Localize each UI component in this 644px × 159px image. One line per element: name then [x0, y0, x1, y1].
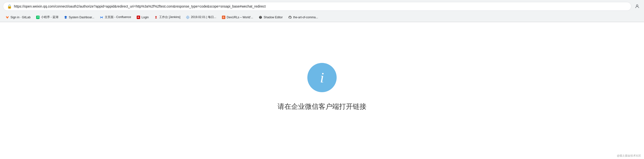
bookmark-gitlab-icon [5, 15, 9, 19]
bookmark-gitlab[interactable]: Sign in · GitLab [3, 14, 33, 21]
bookmark-jenkins[interactable]: 工作台 [Jenkins] [152, 14, 183, 21]
bookmark-github-art-label: the-art-of-comma... [293, 16, 318, 19]
bookmark-daily-icon [186, 15, 190, 19]
svg-point-0 [636, 5, 638, 6]
bookmark-confluence-label: 主页面 - Confluence [105, 15, 131, 19]
svg-point-5 [260, 16, 261, 17]
bookmark-jenkins-label: 工作台 [Jenkins] [159, 15, 180, 19]
bookmark-devurls[interactable]: D DevURLs – World'... [219, 14, 256, 21]
bookmark-dashboard-label: System Dashboar... [69, 16, 94, 19]
svg-point-3 [259, 16, 262, 19]
bookmark-jenkins-icon [154, 15, 158, 19]
profile-icon[interactable] [633, 2, 641, 10]
bookmark-shadow-editor-label: Shadow Editor [264, 16, 283, 19]
svg-point-1 [155, 16, 157, 17]
url-text: https://open.weixin.qq.com/connect/oauth… [14, 4, 627, 8]
svg-point-4 [260, 16, 260, 17]
lock-icon: 🔒 [7, 4, 12, 9]
bookmarks-bar: Sign in · GitLab 小 小程序 - 蓝湖 System Dashb… [0, 13, 644, 22]
bookmark-miniprogram-label: 小程序 - 蓝湖 [41, 15, 58, 19]
bookmark-miniprogram-icon: 小 [36, 15, 40, 19]
bookmark-github-art[interactable]: the-art-of-comma... [286, 14, 320, 21]
bookmark-miniprogram[interactable]: 小 小程序 - 蓝湖 [34, 14, 61, 21]
bookmark-daily-label: 2019.02.01 | 每日... [191, 15, 216, 19]
bookmark-login[interactable]: R Login [134, 14, 151, 21]
footer-text: @掘土掘金技术社区 [617, 154, 641, 157]
bookmark-login-label: Login [142, 16, 149, 19]
bookmark-confluence-icon [100, 15, 104, 19]
bookmark-dashboard[interactable]: System Dashboar... [61, 14, 97, 21]
bookmark-gitlab-label: Sign in · GitLab [10, 16, 30, 19]
main-message: 请在企业微信客户端打开链接 [278, 102, 366, 111]
bookmark-shadow-editor-icon [258, 15, 262, 19]
bookmark-devurls-label: DevURLs – World'... [227, 16, 253, 19]
bookmark-confluence[interactable]: 主页面 - Confluence [97, 14, 133, 21]
info-icon-letter: i [320, 70, 324, 85]
address-bar-row: 🔒 https://open.weixin.qq.com/connect/oau… [0, 0, 644, 13]
address-bar[interactable]: 🔒 https://open.weixin.qq.com/connect/oau… [3, 2, 631, 11]
footer: @掘土掘金技术社区 [614, 153, 644, 159]
bookmark-github-art-icon [288, 15, 292, 19]
bookmark-shadow-editor[interactable]: Shadow Editor [256, 14, 285, 21]
bookmark-daily[interactable]: 2019.02.01 | 每日... [183, 14, 219, 21]
main-content: i 请在企业微信客户端打开链接 [0, 22, 644, 159]
bookmark-devurls-icon: D [222, 15, 226, 19]
browser-chrome: 🔒 https://open.weixin.qq.com/connect/oau… [0, 0, 644, 22]
bookmark-dashboard-icon [64, 15, 68, 19]
bookmark-login-icon: R [136, 15, 140, 19]
info-icon-circle: i [307, 63, 337, 92]
